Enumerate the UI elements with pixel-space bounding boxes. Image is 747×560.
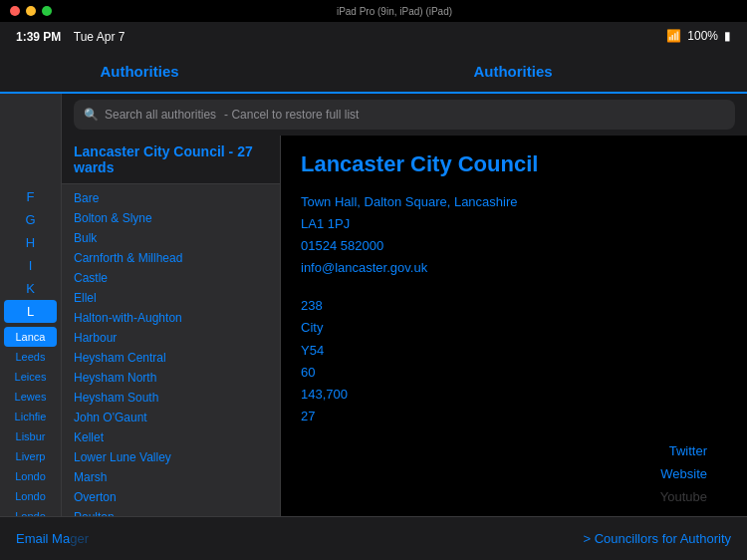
ward-item[interactable]: John O'Gaunt: [62, 408, 280, 427]
ward-item[interactable]: Heysham South: [62, 388, 280, 408]
detail-email: info@lancaster.gov.uk: [301, 257, 727, 279]
ward-item[interactable]: Lower Lune Valley: [62, 447, 280, 467]
search-placeholder-text: Search all authorities: [105, 108, 216, 122]
detail-address1: Town Hall, Dalton Square, Lancashire: [301, 191, 727, 213]
alpha-h[interactable]: H: [0, 231, 61, 254]
twitter-link[interactable]: Twitter: [301, 443, 727, 458]
detail-info: Town Hall, Dalton Square, Lancashire LA1…: [301, 191, 727, 427]
tab-left-label: Authorities: [100, 63, 178, 80]
battery-text: 100%: [687, 29, 718, 43]
ward-item[interactable]: Overton: [62, 487, 280, 507]
detail-field5: 143,700: [301, 384, 727, 406]
ward-item[interactable]: Marsh: [62, 467, 280, 487]
tab-right-label: Authorities: [473, 63, 552, 80]
nav-item-lanca[interactable]: Lanca: [4, 327, 57, 347]
tab-bar: Authorities Authorities: [0, 50, 747, 94]
tab-right[interactable]: Authorities: [279, 50, 747, 94]
council-title: Lancaster City Council - 27 wards: [74, 143, 268, 175]
search-sidebar-spacer: [0, 94, 62, 136]
status-time-date: 1:39 PM Tue Apr 7: [16, 27, 124, 45]
search-bar[interactable]: 🔍 Search all authorities - Cancel to res…: [74, 100, 735, 130]
ward-item[interactable]: Carnforth & Millhead: [62, 248, 280, 268]
nav-item-londo2[interactable]: Londo: [0, 486, 61, 506]
council-header: Lancaster City Council - 27 wards: [62, 136, 280, 184]
nav-item-londo3[interactable]: Londo: [0, 506, 61, 516]
ipad-frame: 1:39 PM Tue Apr 7 📶 100% ▮ Authorities A…: [0, 22, 747, 560]
youtube-link[interactable]: Youtube: [301, 489, 727, 504]
website-link[interactable]: Website: [301, 466, 727, 481]
detail-phone: 01524 582000: [301, 235, 727, 257]
search-area: 🔍 Search all authorities - Cancel to res…: [62, 94, 747, 136]
traffic-lights: [10, 6, 52, 16]
alpha-i[interactable]: I: [0, 254, 61, 277]
alpha-g[interactable]: G: [0, 208, 61, 231]
nav-item-lisbur[interactable]: Lisbur: [0, 426, 61, 446]
nav-item-liverp[interactable]: Liverp: [0, 446, 61, 466]
close-button[interactable]: [10, 6, 20, 16]
nav-item-lichfie[interactable]: Lichfie: [0, 407, 61, 426]
left-sidebar: F G H I K L Lanca Leeds Leices Lewes Lic…: [0, 136, 62, 516]
toolbar-email[interactable]: Email Mager: [16, 531, 89, 546]
status-time: 1:39 PM: [16, 30, 61, 44]
detail-view: Lancaster City Council Town Hall, Dalton…: [281, 136, 747, 516]
search-icon: 🔍: [84, 108, 99, 122]
bottom-toolbar: Email Mager > Councillors for Authority: [0, 516, 747, 560]
content-columns: F G H I K L Lanca Leeds Leices Lewes Lic…: [0, 136, 747, 516]
alpha-f[interactable]: F: [0, 185, 61, 208]
ward-item[interactable]: Bare: [62, 188, 280, 208]
battery-icon: ▮: [724, 29, 731, 43]
tab-left[interactable]: Authorities: [0, 50, 279, 94]
toolbar-councillors[interactable]: > Councillors for Authority: [584, 531, 731, 546]
status-date: Tue Apr 7: [74, 30, 125, 44]
ward-item[interactable]: Poulton: [62, 507, 280, 516]
status-bar: 1:39 PM Tue Apr 7 📶 100% ▮: [0, 22, 747, 50]
status-icons: 📶 100% ▮: [666, 29, 731, 43]
alpha-l[interactable]: L: [4, 300, 57, 323]
ward-item[interactable]: Harbour: [62, 328, 280, 348]
detail-field6: 27: [301, 406, 727, 427]
ward-item[interactable]: Bulk: [62, 228, 280, 248]
detail-field3: Y54: [301, 340, 727, 362]
ward-item[interactable]: Heysham North: [62, 368, 280, 388]
ward-item[interactable]: Halton-with-Aughton: [62, 308, 280, 328]
detail-field4: 60: [301, 362, 727, 384]
detail-field1: 238: [301, 295, 727, 317]
os-bar: iPad Pro (9in, iPad) (iPad): [0, 0, 747, 22]
minimize-button[interactable]: [26, 6, 36, 16]
detail-field2: City: [301, 317, 727, 339]
alpha-k[interactable]: K: [0, 277, 61, 300]
ward-item[interactable]: Ellel: [62, 288, 280, 308]
search-row: 🔍 Search all authorities - Cancel to res…: [0, 94, 747, 136]
toolbar-email-cont: ger: [70, 531, 89, 546]
nav-item-londo1[interactable]: Londo: [0, 466, 61, 486]
detail-title: Lancaster City Council: [301, 151, 727, 177]
ward-item[interactable]: Heysham Central: [62, 348, 280, 368]
ward-item[interactable]: Bolton & Slyne: [62, 208, 280, 228]
wifi-icon: 📶: [666, 29, 681, 43]
detail-postcode: LA1 1PJ: [301, 213, 727, 235]
nav-item-lewes[interactable]: Lewes: [0, 387, 61, 407]
maximize-button[interactable]: [42, 6, 52, 16]
search-cancel-text: - Cancel to restore full list: [224, 108, 359, 122]
social-links: Twitter Website Youtube: [301, 443, 727, 504]
ward-item[interactable]: Kellet: [62, 427, 280, 447]
window-title: iPad Pro (9in, iPad) (iPad): [337, 6, 452, 17]
council-panel: Lancaster City Council - 27 wards BareBo…: [62, 136, 281, 516]
wards-list[interactable]: BareBolton & SlyneBulkCarnforth & Millhe…: [62, 184, 280, 516]
nav-item-leices[interactable]: Leices: [0, 367, 61, 387]
ward-item[interactable]: Castle: [62, 268, 280, 288]
nav-item-leeds[interactable]: Leeds: [0, 347, 61, 367]
